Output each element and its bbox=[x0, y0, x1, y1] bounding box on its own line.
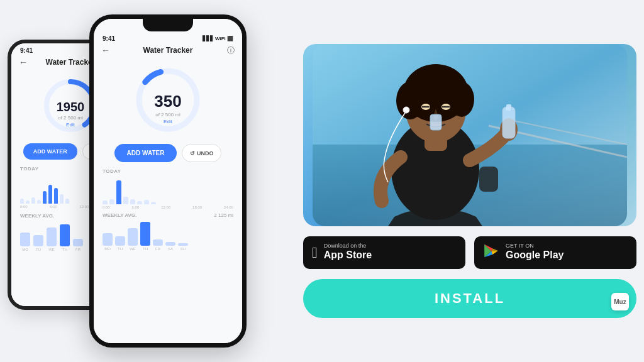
front-nav-info-icon[interactable]: ⓘ bbox=[227, 45, 235, 56]
right-section:  Download on the App Store bbox=[303, 44, 636, 318]
google-play-name: Google Play bbox=[506, 249, 564, 262]
google-play-text: GET IT ON Google Play bbox=[506, 243, 564, 262]
hero-photo bbox=[303, 44, 636, 226]
back-bar-6 bbox=[48, 185, 52, 204]
back-wcol-2: TU bbox=[33, 235, 43, 251]
muz-logo: Muz bbox=[611, 293, 629, 310]
front-chart: 0:00 6:00 12:00 18:00 24:00 bbox=[94, 175, 242, 210]
front-nav-title: Water Tracker bbox=[143, 46, 193, 55]
back-add-water-button[interactable]: ADD WATER bbox=[23, 143, 77, 160]
back-nav-back-icon: ← bbox=[19, 57, 28, 67]
front-today-label: TODAY bbox=[94, 166, 242, 175]
back-bar-8 bbox=[60, 194, 64, 204]
front-ring-center: 350 of 2 500 ml Edit bbox=[154, 78, 181, 138]
store-buttons-row:  Download on the App Store bbox=[303, 236, 636, 269]
back-wcol-3: WE bbox=[47, 228, 57, 251]
front-wcol-1: MO bbox=[103, 233, 113, 251]
back-bar-1 bbox=[20, 199, 24, 204]
front-add-water-button[interactable]: ADD WATER bbox=[114, 144, 177, 162]
google-play-sub: GET IT ON bbox=[506, 243, 564, 249]
front-weekly-bars: MO TU WE TH bbox=[94, 219, 242, 251]
back-wcol-5: FR bbox=[73, 239, 83, 251]
phone-front: 9:41 ▋▋▋ WiFi ⬛ ← Water Tracker ⓘ bbox=[89, 14, 247, 348]
back-ring-sub: of 2 500 ml bbox=[58, 115, 83, 121]
app-store-button[interactable]:  Download on the App Store bbox=[303, 236, 465, 269]
front-time: 9:41 bbox=[103, 35, 115, 42]
front-undo-button[interactable]: ↺ UNDO bbox=[182, 144, 221, 162]
front-wcol-7: SU bbox=[178, 243, 188, 251]
front-wcol-3: WE bbox=[128, 228, 138, 251]
person-illustration bbox=[303, 44, 636, 226]
back-bar-7 bbox=[54, 188, 58, 204]
back-bar-2 bbox=[26, 200, 30, 204]
back-ring-edit[interactable]: Edit bbox=[66, 122, 75, 128]
main-container: 9:41 ▋▋▋ WiFi ← Water Tracker bbox=[8, 8, 636, 354]
svg-rect-24 bbox=[479, 167, 498, 192]
front-ring-sub: of 2 500 ml bbox=[155, 112, 180, 118]
back-bar-3 bbox=[31, 197, 35, 204]
google-play-button[interactable]: GET IT ON Google Play bbox=[474, 236, 636, 269]
back-wcol-4: TH bbox=[60, 224, 70, 251]
install-button[interactable]: INSTALL bbox=[303, 279, 636, 318]
apple-icon:  bbox=[312, 244, 318, 261]
front-x-labels: 0:00 6:00 12:00 18:00 24:00 bbox=[103, 206, 233, 209]
app-store-sub: Download on the bbox=[324, 243, 372, 249]
front-wcol-5: FR bbox=[153, 239, 163, 251]
phones-section: 9:41 ▋▋▋ WiFi ← Water Tracker bbox=[8, 14, 284, 348]
phone-front-notch bbox=[143, 19, 193, 31]
back-weekly-title: WEEKLY AVG. bbox=[20, 213, 54, 219]
front-nav: ← Water Tracker ⓘ bbox=[94, 43, 242, 57]
google-play-icon bbox=[483, 243, 499, 263]
front-ring-container: 350 of 2 500 ml Edit bbox=[94, 57, 242, 140]
back-bar-5 bbox=[43, 191, 47, 204]
svg-rect-11 bbox=[502, 107, 515, 138]
front-status-icons: ▋▋▋ WiFi ⬛ bbox=[203, 36, 233, 41]
svg-point-23 bbox=[403, 107, 409, 113]
front-weekly-avg-value: 2 125 ml bbox=[214, 212, 233, 218]
back-nav-title: Water Tracker bbox=[46, 58, 96, 67]
back-ring-value: 1950 bbox=[57, 100, 85, 114]
front-wcol-2: TU bbox=[115, 236, 125, 251]
front-weekly-header: WEEKLY AVG. 2 125 ml bbox=[94, 210, 242, 219]
back-time: 9:41 bbox=[20, 47, 33, 54]
svg-point-16 bbox=[396, 82, 424, 119]
front-ring-edit[interactable]: Edit bbox=[164, 119, 172, 124]
front-nav-back-icon[interactable]: ← bbox=[101, 45, 110, 55]
back-wcol-1: MO bbox=[20, 233, 30, 251]
phone-front-screen: 9:41 ▋▋▋ WiFi ⬛ ← Water Tracker ⓘ bbox=[94, 19, 242, 343]
front-weekly-title: WEEKLY AVG. bbox=[103, 212, 136, 218]
back-bar-4 bbox=[37, 200, 41, 204]
front-btn-row: ADD WATER ↺ UNDO bbox=[94, 140, 242, 166]
back-ring-center: 1950 of 2 500 ml Edit bbox=[57, 90, 85, 137]
back-bar-9 bbox=[65, 199, 69, 204]
front-wcol-4: TH bbox=[140, 222, 150, 251]
front-ring-value: 350 bbox=[154, 92, 181, 111]
svg-rect-22 bbox=[430, 114, 441, 130]
front-wcol-6: SA bbox=[165, 242, 175, 251]
svg-point-17 bbox=[449, 82, 474, 117]
app-store-text: Download on the App Store bbox=[324, 243, 372, 262]
front-chart-bars bbox=[103, 178, 233, 204]
front-status-bar: 9:41 ▋▋▋ WiFi ⬛ bbox=[94, 31, 242, 43]
app-store-name: App Store bbox=[324, 249, 372, 262]
svg-rect-12 bbox=[506, 104, 511, 111]
